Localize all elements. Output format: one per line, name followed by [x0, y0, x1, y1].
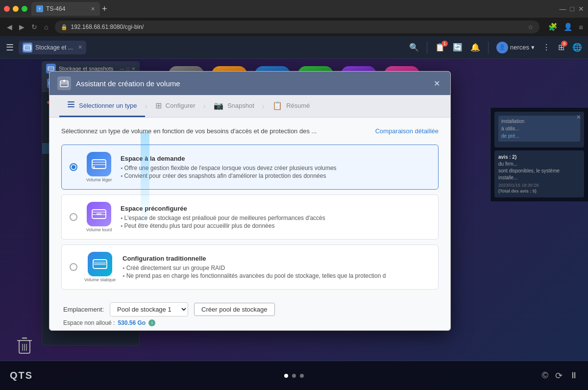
volume-option-statique[interactable]: Volume statique Configuration traditionn… [61, 244, 439, 290]
bell-icon[interactable]: 🔔 [470, 43, 480, 52]
more-options-icon[interactable]: ⋮ [542, 43, 550, 52]
tab-close-button[interactable]: ✕ [91, 6, 95, 12]
taskbar-dot-1[interactable] [284, 374, 288, 378]
volume-icon-leger-wrapper: Volume léger [84, 152, 114, 182]
user-menu[interactable]: 👤 nerces ▾ [496, 42, 535, 53]
emplacement-label: Emplacement: [63, 306, 104, 313]
notif-pre-text: de pré... [501, 133, 577, 139]
wizard-step-resume[interactable]: 📋 Résumé [265, 95, 318, 117]
compare-link[interactable]: Comparaison détaillée [375, 127, 439, 135]
bullet-lourd-2: Peut être étendu plus tard pour accueill… [121, 222, 430, 230]
window-minimize-button[interactable]: — [560, 5, 566, 13]
menu-icon[interactable]: ≡ [579, 23, 583, 31]
user-avatar: 👤 [496, 42, 508, 53]
volume-lourd-content: Espace préconfigurée L'espace de stockag… [121, 205, 430, 230]
address-bar[interactable]: 🔒 192.168.68.61:8080/cgi-bin/ ☆ [55, 21, 539, 33]
username-label: nerces [510, 44, 529, 51]
app-grid-icon[interactable]: ⊞ 9 [558, 43, 564, 52]
taskbar-dot-3[interactable] [300, 374, 304, 378]
qts-app-tab-storage[interactable]: Stockage et ... ✕ [19, 41, 86, 54]
step-select-icon [67, 100, 75, 110]
forward-button[interactable]: ▶ [17, 22, 26, 32]
wizard-step-select-type[interactable]: Sélectionner un type [59, 95, 145, 117]
svg-rect-24 [97, 213, 101, 215]
notif-firmware-text: du firm... [498, 161, 580, 167]
radio-statique[interactable] [70, 263, 77, 271]
browser-min-dot[interactable] [13, 6, 19, 12]
step-select-label: Sélectionner un type [79, 102, 137, 109]
qts-hamburger-menu[interactable]: ☰ [6, 42, 14, 53]
volume-icon-statique-wrapper: Volume statique [84, 252, 116, 282]
bullet-lourd-1: L'espace de stockage est préalloué pour … [121, 214, 430, 222]
pause-icon[interactable]: ⏸ [569, 370, 578, 381]
volume-statique-title: Configuration traditionnelle [122, 255, 430, 262]
volume-option-leger[interactable]: Volume léger Espace à la demande Offre u… [61, 145, 439, 190]
notif-close-button[interactable]: ✕ [576, 114, 581, 121]
step-config-icon: ⊞ [155, 101, 162, 110]
wizard-step-configure[interactable]: ⊞ Configurer [147, 95, 203, 117]
bookmark-icon[interactable]: ☆ [528, 24, 534, 31]
panel-close-button[interactable]: ✕ [131, 66, 135, 72]
bullet-leger-1: Offre une gestion flexible de l'espace l… [121, 164, 430, 172]
panel-maximize-button[interactable]: □ [126, 66, 129, 72]
back-button[interactable]: ◀ [5, 22, 14, 32]
dialog-close-button[interactable]: ✕ [431, 77, 442, 89]
volume-option-lourd[interactable]: Volume lourd Espace préconfigurée L'espa… [61, 195, 439, 240]
reload-button[interactable]: ↻ [29, 22, 39, 32]
browser-close-dot[interactable] [4, 6, 10, 12]
dialog-titlebar: Assistant de création de volume ✕ [49, 72, 450, 95]
volume-statique-content: Configuration traditionnelle Créé direct… [122, 255, 430, 280]
trash-icon[interactable] [14, 335, 35, 357]
right-notification-panel: ✕ installation à utilis... de pré... avi… [490, 108, 588, 201]
qts-header: ☰ Stockage et ... ✕ 🔍 📋 1 🔄 🔔 👤 nerces ▾… [0, 36, 588, 59]
panel-minimize-button[interactable]: — [120, 66, 124, 72]
accent-bar-left [141, 132, 149, 230]
notifications-icon[interactable]: 📋 1 [435, 43, 445, 52]
header-divider-2 [488, 42, 489, 53]
notif-app-area: installation à utilis... de pré... [498, 116, 580, 142]
qts-logo: QTS [10, 370, 33, 381]
header-divider-1 [427, 42, 427, 53]
taskbar-dot-2[interactable] [292, 374, 296, 378]
svg-rect-16 [68, 106, 74, 107]
notif-item-avis: avis : 2) du firm... sont disponibles, l… [494, 150, 584, 197]
step-snapshot-label: Snapshot [227, 102, 254, 109]
storage-app-icon [23, 43, 32, 52]
notifications-badge: 1 [441, 41, 448, 47]
window-maximize-button[interactable]: □ [570, 5, 574, 13]
qts-taskbar: QTS © ⟳ ⏸ [0, 361, 588, 390]
svg-point-20 [93, 166, 95, 168]
create-pool-button[interactable]: Créer pool de stockage [194, 303, 274, 316]
svg-rect-14 [68, 101, 74, 102]
copyright-icon[interactable]: © [542, 370, 548, 381]
network-icon[interactable]: 🌐 [572, 43, 582, 52]
search-icon[interactable]: 🔍 [409, 43, 419, 52]
wizard-step-snapshot[interactable]: 📷 Snapshot [206, 95, 262, 117]
app-tab-close-button[interactable]: ✕ [78, 44, 82, 50]
info-icon[interactable]: i [148, 319, 155, 326]
radio-leger[interactable] [70, 163, 77, 171]
browser-tab-active[interactable]: T TS-464 ✕ [31, 2, 100, 16]
volume-statique-label: Volume statique [84, 277, 116, 282]
home-button[interactable]: ⌂ [42, 22, 50, 32]
emplacement-select[interactable]: Pool de stockage 1 [110, 302, 188, 317]
address-bar-container: ◀ ▶ ↻ ⌂ 🔒 192.168.68.61:8080/cgi-bin/ ☆ … [0, 18, 588, 36]
volume-leger-bullets: Offre une gestion flexible de l'espace l… [121, 164, 430, 180]
window-close-button[interactable]: ✕ [578, 5, 584, 13]
volume-leger-content: Espace à la demande Offre une gestion fl… [121, 155, 430, 180]
notif-time: 2023/01/15 18:30:26 [498, 183, 580, 188]
svg-rect-5 [48, 67, 54, 71]
volume-icon-statique [88, 252, 112, 276]
sync-icon[interactable]: 🔄 [453, 43, 463, 52]
browser-tab-bar: T TS-464 ✕ + [31, 0, 556, 18]
radio-lourd[interactable] [70, 213, 77, 221]
new-tab-button[interactable]: + [102, 4, 107, 14]
browser-max-dot[interactable] [22, 6, 27, 12]
extensions-icon[interactable]: 🧩 [548, 23, 558, 31]
notif-avis-title: avis : 2) [498, 154, 580, 160]
volume-icon-lourd [87, 202, 111, 226]
volume-lourd-bullets: L'espace de stockage est préalloué pour … [121, 214, 430, 230]
profile-icon[interactable]: 👤 [564, 23, 573, 31]
replay-icon[interactable]: ⟳ [555, 370, 563, 381]
volume-creation-dialog: Assistant de création de volume ✕ Sélect… [49, 71, 451, 331]
